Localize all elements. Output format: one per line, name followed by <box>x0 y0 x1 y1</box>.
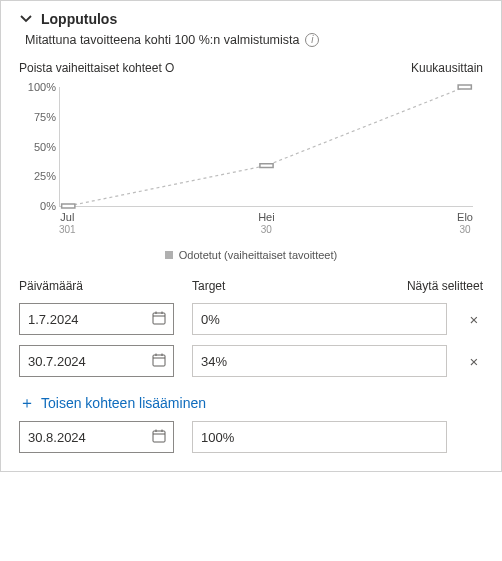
chart-plot-area: 100% 75% 50% 25% 0% <box>59 87 473 207</box>
column-headers: Päivämäärä Target Näytä selitteet <box>19 279 483 293</box>
show-legends-link[interactable]: Näytä selitteet <box>407 279 483 293</box>
ytick: 0% <box>22 200 56 212</box>
add-milestone-button[interactable]: ＋ Toisen kohteen lisääminen <box>19 395 483 411</box>
legend-label: Odotetut (vaiheittaiset tavoitteet) <box>179 249 337 261</box>
interval-selector[interactable]: Kuukausittain <box>411 61 483 75</box>
remove-row-button[interactable]: × <box>465 311 483 328</box>
section-subtitle: Mitattuna tavoitteena kohti 100 %:n valm… <box>25 33 299 47</box>
date-input[interactable]: 1.7.2024 <box>19 303 174 335</box>
remove-milestones-link[interactable]: Poista vaiheittaiset kohteet O <box>19 61 174 75</box>
date-input[interactable]: 30.7.2024 <box>19 345 174 377</box>
date-value: 1.7.2024 <box>28 312 79 327</box>
target-value: 100% <box>201 430 234 445</box>
xtick: Elo 30 <box>457 211 473 235</box>
date-value: 30.8.2024 <box>28 430 86 445</box>
calendar-icon[interactable] <box>151 352 167 371</box>
calendar-icon[interactable] <box>151 310 167 329</box>
chevron-down-icon <box>19 12 33 26</box>
date-input[interactable]: 30.8.2024 <box>19 421 174 453</box>
target-input[interactable]: 34% <box>192 345 447 377</box>
chart-toolbar: Poista vaiheittaiset kohteet O Kuukausit… <box>19 61 483 75</box>
remove-row-button[interactable]: × <box>465 353 483 370</box>
milestone-row: 30.7.2024 34% × <box>19 345 483 377</box>
ytick: 50% <box>22 141 56 153</box>
ytick: 25% <box>22 170 56 182</box>
target-value: 34% <box>201 354 227 369</box>
section-subtitle-row: Mitattuna tavoitteena kohti 100 %:n valm… <box>25 33 483 47</box>
col-header-date: Päivämäärä <box>19 279 174 293</box>
target-input[interactable]: 100% <box>192 421 447 453</box>
milestone-chart: 100% 75% 50% 25% 0% Jul 301 Hei 30 Elo 3… <box>19 79 483 239</box>
svg-rect-0 <box>62 204 75 208</box>
info-icon[interactable]: i <box>305 33 319 47</box>
col-header-target: Target <box>192 279 225 293</box>
xtick: Jul 301 <box>59 211 76 235</box>
plus-icon: ＋ <box>19 395 35 411</box>
svg-rect-7 <box>153 355 165 366</box>
target-value: 0% <box>201 312 220 327</box>
milestone-row: 1.7.2024 0% × <box>19 303 483 335</box>
ytick: 100% <box>22 81 56 93</box>
date-value: 30.7.2024 <box>28 354 86 369</box>
svg-rect-2 <box>458 85 471 89</box>
section-header[interactable]: Lopputulos <box>19 11 483 27</box>
svg-rect-11 <box>153 431 165 442</box>
add-milestone-label: Toisen kohteen lisääminen <box>41 395 206 411</box>
section-title: Lopputulos <box>41 11 117 27</box>
chart-svg <box>60 87 473 206</box>
ytick: 75% <box>22 111 56 123</box>
svg-rect-1 <box>260 164 273 168</box>
xtick: Hei 30 <box>258 211 275 235</box>
chart-legend: Odotetut (vaiheittaiset tavoitteet) <box>19 249 483 261</box>
svg-rect-3 <box>153 313 165 324</box>
target-input[interactable]: 0% <box>192 303 447 335</box>
chart-x-axis: Jul 301 Hei 30 Elo 30 <box>59 211 473 235</box>
milestones-panel: Lopputulos Mitattuna tavoitteena kohti 1… <box>0 0 502 472</box>
legend-swatch <box>165 251 173 259</box>
final-milestone-row: 30.8.2024 100% × <box>19 421 483 453</box>
calendar-icon[interactable] <box>151 428 167 447</box>
